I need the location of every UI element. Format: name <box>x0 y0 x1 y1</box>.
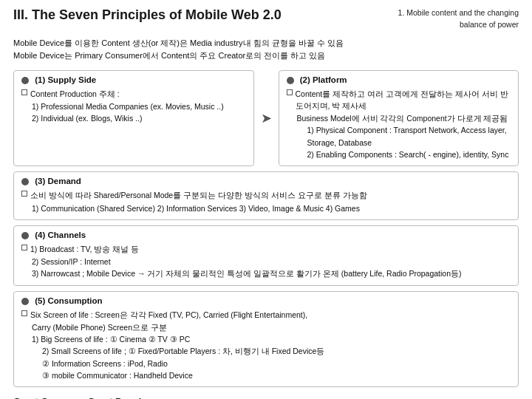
row-2: (3) Demand 소비 방식에 따라 Shared/Personal Mod… <box>13 171 519 220</box>
supply-side-content: Content Production 주체 : 1) Professional … <box>21 88 246 125</box>
demand-bullet-1: 소비 방식에 따라 Shared/Personal Mode를 구분되는 다양한… <box>21 189 511 201</box>
demand-title: (3) Demand <box>21 177 511 185</box>
demand-content: 소비 방식에 따라 Shared/Personal Mode를 구분되는 다양한… <box>21 189 511 214</box>
consumption-indent-4: ③ mobile Communicator : Handheld Device <box>21 369 511 381</box>
header: III. The Seven Principles of Mobile Web … <box>13 7 519 31</box>
channels-indent: 2) Session/IP : Internet 3) Narrowcast ;… <box>21 256 511 280</box>
consumption-title: (5) Consumption <box>21 296 511 305</box>
consumption-box: (5) Consumption Six Screen of life : Scr… <box>13 291 519 388</box>
platform-circle <box>287 77 294 84</box>
supply-indent-1: 1) Professional Media Companies (ex. Mov… <box>21 100 246 125</box>
row-3: (4) Channels 1) Broadcast : TV, 방송 채널 등 … <box>13 225 519 286</box>
consumption-indent2: 2) Small Screens of life ; ① Fixed/Porta… <box>21 345 511 369</box>
demand-circle <box>21 178 29 185</box>
consumption-circle <box>21 298 29 305</box>
bullet-sq-c <box>21 245 27 250</box>
header-subtitle: 1. Mobile content and the changing balan… <box>398 7 519 31</box>
channels-title: (4) Channels <box>21 231 511 239</box>
platform-content: Content를 제작하고 여러 고객에게 전달하는 제사어 서비 반도어지며,… <box>287 88 511 161</box>
page-title: III. The Seven Principles of Mobile Web … <box>13 7 282 23</box>
consumption-content: Six Screen of life : Screen은 각각 Fixed (T… <box>21 309 511 382</box>
bullet-sq-con <box>21 310 27 316</box>
channels-bullet-1: 1) Broadcast : TV, 방송 채널 등 <box>21 243 511 255</box>
platform-indent2: 1) Physical Component : Transport Networ… <box>287 124 511 160</box>
platform-bullet-1: Content를 제작하고 여러 고객에게 전달하는 제사어 서비 반도어지며,… <box>287 88 511 112</box>
consumption-indent: Carry (Mobile Phone) Screen으로 구분 1) Big … <box>21 321 511 346</box>
bullet-sq-d <box>21 191 27 197</box>
supply-bullet-1: Content Production 주체 : <box>21 88 246 100</box>
channels-circle <box>21 232 29 239</box>
sections: (1) Supply Side Content Production 주체 : … <box>13 70 519 388</box>
supply-side-box: (1) Supply Side Content Production 주체 : … <box>13 70 254 167</box>
intro-text: Mobile Device를 이용한 Content 생산(or 제작)은 Me… <box>13 37 519 63</box>
channels-content: 1) Broadcast : TV, 방송 채널 등 2) Session/IP… <box>21 243 511 280</box>
demand-box: (3) Demand 소비 방식에 따라 Shared/Personal Mod… <box>13 171 519 220</box>
arrow-right: ➤ <box>259 70 273 167</box>
platform-box: (2) Platform Content를 제작하고 여러 고객에게 전달하는 … <box>279 70 519 167</box>
supply-side-circle <box>21 77 29 84</box>
bullet-sq <box>21 89 27 95</box>
consumption-bullet-1: Six Screen of life : Screen은 각각 Fixed (T… <box>21 309 511 321</box>
platform-title: (2) Platform <box>287 75 511 84</box>
row-4: (5) Consumption Six Screen of life : Scr… <box>13 291 519 388</box>
demand-indent: 1) Communication (Shared Service) 2) Inf… <box>21 202 511 214</box>
bullet-sq-p <box>287 89 293 95</box>
footer: Great Company Great People <box>13 396 519 399</box>
platform-indent: Business Model에 서비 각각의 Component가 다로게 제공… <box>287 112 511 124</box>
supply-side-title: (1) Supply Side <box>21 75 246 84</box>
row-1: (1) Supply Side Content Production 주체 : … <box>13 70 519 167</box>
page: III. The Seven Principles of Mobile Web … <box>0 0 532 399</box>
channels-box: (4) Channels 1) Broadcast : TV, 방송 채널 등 … <box>13 225 519 286</box>
